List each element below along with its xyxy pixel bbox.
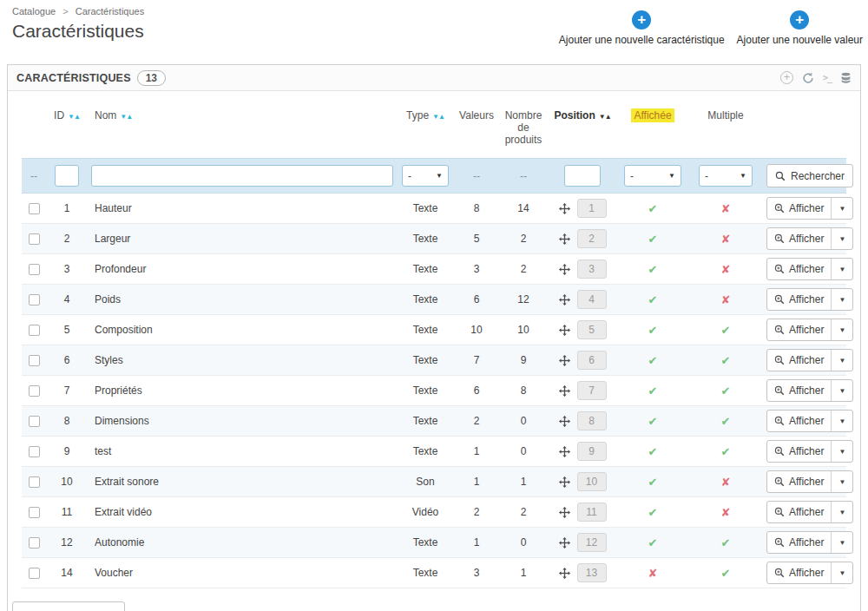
view-button[interactable]: Afficher <box>767 562 831 583</box>
column-header-position[interactable]: Position▼▲ <box>548 91 617 159</box>
terminal-icon[interactable]: >_ <box>823 73 832 82</box>
check-icon[interactable]: ✔ <box>648 354 658 367</box>
move-icon[interactable] <box>559 294 570 306</box>
check-icon[interactable]: ✔ <box>648 202 658 215</box>
row-checkbox[interactable] <box>29 476 40 488</box>
move-icon[interactable] <box>559 233 570 245</box>
column-header-type[interactable]: Type▼▲ <box>397 91 454 159</box>
view-button[interactable]: Afficher <box>767 380 831 401</box>
move-icon[interactable] <box>559 537 570 549</box>
move-icon[interactable] <box>559 325 570 336</box>
filter-id-input[interactable] <box>55 165 79 187</box>
move-icon[interactable] <box>559 355 570 366</box>
refresh-icon[interactable] <box>802 72 814 84</box>
move-icon[interactable] <box>559 416 570 427</box>
add-feature-button[interactable]: + Ajouter une nouvelle caractéristique <box>559 10 725 46</box>
view-button[interactable]: Afficher <box>767 259 831 279</box>
sort-icons[interactable]: ▼▲ <box>120 113 132 121</box>
view-button[interactable]: Afficher <box>767 319 831 340</box>
view-button[interactable]: Afficher <box>767 502 831 522</box>
move-icon[interactable] <box>559 446 570 457</box>
check-icon[interactable]: ✔ <box>721 415 731 428</box>
row-action-dropdown[interactable]: ▼ <box>831 289 852 310</box>
sort-icons[interactable]: ▼▲ <box>432 113 444 121</box>
cross-icon[interactable]: ✘ <box>721 263 731 276</box>
check-icon[interactable]: ✔ <box>648 506 658 519</box>
row-action-dropdown[interactable]: ▼ <box>831 228 852 249</box>
row-checkbox[interactable] <box>29 537 40 549</box>
row-checkbox[interactable] <box>29 416 40 427</box>
row-action-dropdown[interactable]: ▼ <box>831 562 852 583</box>
check-icon[interactable]: ✔ <box>648 536 658 549</box>
cross-icon[interactable]: ✘ <box>721 293 731 306</box>
move-icon[interactable] <box>559 507 570 518</box>
check-icon[interactable]: ✔ <box>648 324 658 337</box>
cross-icon[interactable]: ✘ <box>648 567 658 580</box>
sort-icons[interactable]: ▼▲ <box>68 113 80 121</box>
cross-icon[interactable]: ✘ <box>721 233 731 246</box>
add-value-button[interactable]: + Ajouter une nouvelle valeur <box>737 10 863 46</box>
filter-multiple-select[interactable]: -▼ <box>699 165 753 187</box>
row-action-dropdown[interactable]: ▼ <box>831 259 852 279</box>
cross-icon[interactable]: ✘ <box>721 476 731 489</box>
sort-icons[interactable]: ▼▲ <box>599 113 611 121</box>
view-button[interactable]: Afficher <box>767 198 831 219</box>
check-icon[interactable]: ✔ <box>721 384 731 397</box>
row-action-dropdown[interactable]: ▼ <box>831 471 852 492</box>
bulk-actions-button[interactable] <box>12 601 125 611</box>
filter-nom-input[interactable] <box>91 165 393 187</box>
view-button[interactable]: Afficher <box>767 532 831 553</box>
row-checkbox[interactable] <box>29 385 40 397</box>
view-button[interactable]: Afficher <box>767 289 831 310</box>
check-icon[interactable]: ✔ <box>721 354 731 367</box>
row-checkbox[interactable] <box>29 233 40 245</box>
add-icon[interactable]: + <box>780 71 793 84</box>
row-action-dropdown[interactable]: ▼ <box>831 411 852 431</box>
move-icon[interactable] <box>559 264 570 275</box>
row-checkbox[interactable] <box>29 325 40 336</box>
row-action-dropdown[interactable]: ▼ <box>831 380 852 401</box>
view-button[interactable]: Afficher <box>767 441 831 462</box>
column-header-nom[interactable]: Nom▼▲ <box>88 91 397 159</box>
filter-type-select[interactable]: -▼ <box>402 165 449 187</box>
move-icon[interactable] <box>559 203 570 214</box>
search-button[interactable]: Rechercher <box>766 164 853 187</box>
check-icon[interactable]: ✔ <box>721 324 731 337</box>
row-checkbox[interactable] <box>29 446 40 457</box>
check-icon[interactable]: ✔ <box>721 567 731 580</box>
view-button[interactable]: Afficher <box>767 411 831 431</box>
filter-affichee-select[interactable]: -▼ <box>624 165 681 187</box>
row-checkbox[interactable] <box>29 568 40 579</box>
check-icon[interactable]: ✔ <box>648 445 658 458</box>
row-action-dropdown[interactable]: ▼ <box>831 441 852 462</box>
check-icon[interactable]: ✔ <box>721 536 731 549</box>
cross-icon[interactable]: ✘ <box>721 202 731 215</box>
row-checkbox[interactable] <box>29 264 40 275</box>
view-button[interactable]: Afficher <box>767 471 831 492</box>
view-button[interactable]: Afficher <box>767 350 831 371</box>
row-checkbox[interactable] <box>29 203 40 214</box>
database-icon[interactable] <box>840 72 852 83</box>
row-action-dropdown[interactable]: ▼ <box>831 502 852 522</box>
check-icon[interactable]: ✔ <box>648 384 658 397</box>
check-icon[interactable]: ✔ <box>648 415 658 428</box>
check-icon[interactable]: ✔ <box>648 233 658 246</box>
check-icon[interactable]: ✔ <box>648 263 658 276</box>
cross-icon[interactable]: ✘ <box>721 506 731 519</box>
row-action-dropdown[interactable]: ▼ <box>831 532 852 553</box>
row-action-dropdown[interactable]: ▼ <box>831 319 852 340</box>
row-checkbox[interactable] <box>29 294 40 306</box>
check-icon[interactable]: ✔ <box>648 293 658 306</box>
move-icon[interactable] <box>559 385 570 397</box>
filter-position-input[interactable] <box>564 165 601 187</box>
breadcrumb-item-catalogue[interactable]: Catalogue <box>12 6 56 16</box>
move-icon[interactable] <box>559 476 570 488</box>
row-checkbox[interactable] <box>29 355 40 366</box>
row-action-dropdown[interactable]: ▼ <box>831 350 852 371</box>
row-checkbox[interactable] <box>29 507 40 518</box>
move-icon[interactable] <box>559 568 570 579</box>
column-header-id[interactable]: ID▼▲ <box>46 91 88 159</box>
view-button[interactable]: Afficher <box>767 228 831 249</box>
row-action-dropdown[interactable]: ▼ <box>831 198 852 219</box>
check-icon[interactable]: ✔ <box>648 476 658 489</box>
